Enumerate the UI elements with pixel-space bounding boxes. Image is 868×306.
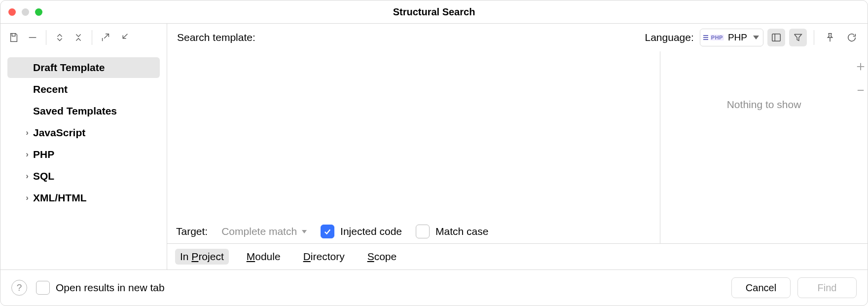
tree-item-javascript[interactable]: ›JavaScript bbox=[7, 122, 160, 143]
collapse-all-button[interactable] bbox=[70, 29, 87, 46]
tree-item-saved-templates[interactable]: Saved Templates bbox=[7, 101, 160, 121]
footer: ? Open results in new tab Cancel Find bbox=[0, 269, 868, 306]
tree-item-label: Recent bbox=[33, 83, 68, 95]
help-button[interactable]: ? bbox=[11, 280, 27, 296]
language-value: PHP bbox=[728, 32, 747, 43]
template-editor[interactable] bbox=[167, 51, 660, 243]
chevron-right-icon: › bbox=[21, 193, 33, 203]
find-button[interactable]: Find bbox=[797, 277, 857, 298]
import-button[interactable] bbox=[116, 29, 133, 46]
scope-tab-in-project[interactable]: In Project bbox=[175, 249, 229, 265]
chevron-right-icon: › bbox=[21, 171, 33, 181]
remove-template-button[interactable] bbox=[24, 29, 41, 46]
template-editor-wrap: Target: Complete match Injected code bbox=[167, 51, 660, 243]
open-new-tab-checkbox[interactable]: Open results in new tab bbox=[36, 281, 165, 295]
chevron-right-icon: › bbox=[21, 150, 33, 159]
tree-item-sql[interactable]: ›SQL bbox=[7, 166, 160, 187]
checkbox-off-icon bbox=[416, 225, 430, 238]
pin-button[interactable] bbox=[821, 29, 839, 46]
window-title: Structural Search bbox=[0, 6, 868, 18]
language-dropdown[interactable]: PHP PHP bbox=[700, 29, 763, 46]
tree-item-label: PHP bbox=[33, 149, 54, 160]
save-template-button[interactable] bbox=[5, 29, 22, 46]
chevron-down-icon bbox=[302, 230, 307, 233]
footer-buttons: Cancel Find bbox=[731, 277, 857, 298]
middle-area: Draft TemplateRecentSaved Templates›Java… bbox=[0, 51, 868, 269]
export-button[interactable] bbox=[97, 29, 114, 46]
editor-and-filters-row: Target: Complete match Injected code bbox=[167, 51, 868, 244]
chevron-right-icon: › bbox=[21, 128, 33, 138]
toolbar-row: Search template: Language: PHP PHP bbox=[0, 24, 868, 51]
cancel-button[interactable]: Cancel bbox=[731, 277, 791, 298]
php-icon: PHP bbox=[703, 35, 724, 40]
tree-item-label: XML/HTML bbox=[33, 192, 86, 204]
open-new-tab-label: Open results in new tab bbox=[56, 282, 165, 294]
target-value: Complete match bbox=[221, 226, 297, 237]
separator bbox=[814, 30, 814, 45]
match-case-label: Match case bbox=[435, 226, 488, 237]
tree-item-label: SQL bbox=[33, 170, 54, 182]
scope-tab-module[interactable]: Module bbox=[242, 249, 286, 265]
checkbox-on-icon bbox=[321, 225, 334, 238]
refresh-button[interactable] bbox=[843, 29, 861, 46]
svg-rect-4 bbox=[772, 34, 781, 41]
scope-tab-scope[interactable]: Scope bbox=[362, 249, 402, 265]
toggle-filter-button[interactable] bbox=[789, 29, 807, 46]
injected-code-label: Injected code bbox=[340, 226, 402, 237]
filters-panel: ＋ － Nothing to show bbox=[660, 51, 868, 243]
scope-tab-directory[interactable]: Directory bbox=[298, 249, 350, 265]
scope-tabs: In ProjectModuleDirectoryScope bbox=[167, 244, 868, 269]
toggle-tree-button[interactable] bbox=[767, 29, 785, 46]
remove-filter-button[interactable]: － bbox=[854, 83, 868, 97]
tree-item-xml-html[interactable]: ›XML/HTML bbox=[7, 188, 160, 208]
language-label: Language: bbox=[645, 32, 694, 43]
tree-item-label: Saved Templates bbox=[33, 105, 117, 117]
structural-search-dialog: Structural Search Searc bbox=[0, 0, 868, 306]
injected-code-checkbox[interactable]: Injected code bbox=[321, 225, 402, 238]
separator bbox=[92, 30, 92, 45]
separator bbox=[46, 30, 46, 45]
tree-item-label: Draft Template bbox=[33, 62, 105, 74]
checkbox-off-icon bbox=[36, 281, 50, 295]
titlebar: Structural Search bbox=[0, 0, 868, 24]
add-filter-button[interactable]: ＋ bbox=[854, 59, 868, 73]
chevron-down-icon bbox=[753, 36, 759, 39]
tree-item-label: JavaScript bbox=[33, 127, 85, 139]
tree-item-php[interactable]: ›PHP bbox=[7, 144, 160, 165]
target-label: Target: bbox=[176, 226, 208, 237]
expand-all-button[interactable] bbox=[51, 29, 68, 46]
target-row: Target: Complete match Injected code bbox=[167, 221, 660, 243]
filters-empty-text: Nothing to show bbox=[727, 99, 801, 111]
tree-item-draft-template[interactable]: Draft Template bbox=[7, 57, 160, 78]
target-dropdown[interactable]: Complete match bbox=[221, 226, 307, 237]
tree-item-recent[interactable]: Recent bbox=[7, 79, 160, 100]
templates-tree[interactable]: Draft TemplateRecentSaved Templates›Java… bbox=[0, 51, 167, 269]
sidebar-toolbar bbox=[0, 24, 167, 51]
search-template-label: Search template: bbox=[167, 32, 255, 43]
match-case-checkbox[interactable]: Match case bbox=[416, 225, 488, 238]
center-column: Target: Complete match Injected code bbox=[167, 51, 868, 269]
toolbar-right: Language: PHP PHP bbox=[645, 29, 868, 46]
